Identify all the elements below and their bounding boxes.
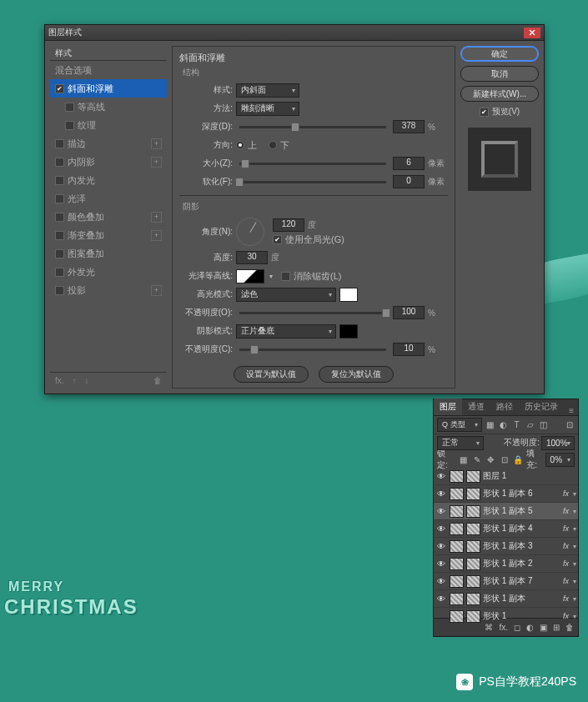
shadow-opacity-slider[interactable]	[239, 348, 386, 351]
layer-thumbnail[interactable]	[450, 610, 464, 623]
style-blend-options[interactable]: 混合选项	[50, 61, 167, 79]
layer-row[interactable]: 👁 形状 1 副本 fx▾	[434, 590, 578, 608]
highlight-mode-dropdown[interactable]: 滤色	[236, 288, 336, 302]
mask-thumbnail[interactable]	[466, 523, 480, 535]
technique-dropdown[interactable]: 雕刻清晰	[236, 102, 299, 116]
checkbox-icon[interactable]	[55, 176, 64, 185]
chevron-down-icon[interactable]: ▾	[573, 613, 576, 620]
style-bevel-emboss[interactable]: 斜面和浮雕	[50, 79, 167, 98]
layer-thumbnail[interactable]	[450, 523, 464, 535]
visibility-icon[interactable]: 👁	[435, 472, 447, 481]
tab-history[interactable]: 历史记录	[519, 399, 564, 415]
plus-icon[interactable]: +	[151, 285, 162, 296]
plus-icon[interactable]: +	[151, 212, 162, 223]
style-color-overlay[interactable]: 颜色叠加+	[50, 208, 167, 226]
opacity-input[interactable]: 100%	[541, 436, 575, 450]
style-texture[interactable]: 纹理	[50, 116, 167, 134]
checkbox-icon[interactable]	[65, 103, 74, 112]
lock-pos-icon[interactable]: ✥	[485, 454, 495, 465]
layer-row[interactable]: 👁 图层 1	[434, 468, 578, 485]
checkbox-icon[interactable]	[55, 249, 64, 258]
filter-adjust-icon[interactable]: ◐	[498, 419, 509, 430]
lock-all-icon[interactable]: 🔒	[513, 454, 523, 465]
style-contour[interactable]: 等高线	[50, 98, 167, 116]
mask-icon[interactable]: ◻	[514, 623, 520, 632]
delete-icon[interactable]: 🗑	[565, 623, 574, 632]
shadow-color-swatch[interactable]	[339, 324, 358, 338]
layer-thumbnail[interactable]	[450, 470, 464, 483]
chevron-down-icon[interactable]: ▾	[573, 525, 576, 533]
chevron-down-icon[interactable]: ▾	[573, 560, 576, 568]
visibility-icon[interactable]: 👁	[435, 542, 447, 551]
mask-thumbnail[interactable]	[466, 593, 480, 605]
layer-row[interactable]: 👁 形状 1 副本 5 fx▾	[434, 503, 578, 520]
layer-row[interactable]: 👁 形状 1 副本 6 fx▾	[434, 485, 578, 503]
style-inner-shadow[interactable]: 内阴影+	[50, 153, 167, 171]
layer-row[interactable]: 👁 形状 1 副本 3 fx▾	[434, 538, 578, 555]
style-dropdown[interactable]: 内斜面	[236, 83, 299, 98]
layer-row[interactable]: 👁 形状 1 副本 2 fx▾	[434, 555, 578, 573]
layer-thumbnail[interactable]	[450, 593, 464, 605]
group-icon[interactable]: ▣	[540, 623, 547, 632]
filter-smart-icon[interactable]: ◫	[538, 419, 549, 430]
mask-thumbnail[interactable]	[466, 610, 480, 623]
plus-icon[interactable]: +	[151, 230, 162, 241]
layer-thumbnail[interactable]	[450, 575, 464, 588]
checkbox-icon[interactable]	[55, 213, 64, 222]
shadow-opacity-input[interactable]: 10	[393, 343, 425, 356]
angle-dial[interactable]	[236, 218, 264, 246]
depth-input[interactable]: 378	[393, 120, 425, 133]
ok-button[interactable]: 确定	[460, 46, 539, 62]
layer-row[interactable]: 👁 形状 1 副本 4 fx▾	[434, 520, 578, 538]
checkbox-icon[interactable]	[55, 231, 64, 240]
direction-up-radio[interactable]	[236, 141, 244, 149]
lock-artboard-icon[interactable]: ⊡	[500, 454, 510, 465]
highlight-opacity-input[interactable]: 100	[393, 306, 425, 319]
checkbox-icon[interactable]	[65, 121, 74, 130]
layer-thumbnail[interactable]	[450, 505, 464, 518]
visibility-icon[interactable]: 👁	[435, 507, 447, 516]
cancel-button[interactable]: 取消	[460, 66, 539, 82]
filter-shape-icon[interactable]: ▱	[525, 419, 535, 430]
gloss-contour-picker[interactable]	[236, 269, 264, 283]
depth-slider[interactable]	[239, 126, 386, 128]
style-stroke[interactable]: 描边+	[50, 134, 167, 153]
visibility-icon[interactable]: 👁	[435, 559, 447, 569]
mask-thumbnail[interactable]	[466, 558, 480, 570]
filter-pixel-icon[interactable]: ▦	[485, 419, 495, 430]
style-gradient-overlay[interactable]: 渐变叠加+	[50, 226, 167, 244]
style-pattern-overlay[interactable]: 图案叠加	[50, 244, 167, 263]
adjustment-icon[interactable]: ◐	[526, 623, 534, 632]
highlight-color-swatch[interactable]	[339, 288, 358, 302]
tab-channels[interactable]: 通道	[462, 399, 490, 415]
panel-menu-icon[interactable]: ≡	[565, 406, 578, 415]
size-slider[interactable]	[239, 163, 386, 165]
chevron-down-icon[interactable]: ▾	[573, 490, 576, 498]
style-drop-shadow[interactable]: 投影+	[50, 281, 167, 299]
fx-menu-icon[interactable]: fx.	[499, 623, 508, 632]
visibility-icon[interactable]: 👁	[435, 594, 447, 604]
visibility-icon[interactable]: 👁	[435, 489, 447, 499]
style-satin[interactable]: 光泽	[50, 189, 167, 208]
checkbox-icon[interactable]	[55, 139, 64, 148]
layer-row[interactable]: 👁 形状 1 副本 7 fx▾	[434, 573, 578, 590]
link-icon[interactable]: ⌘	[485, 623, 493, 632]
tab-paths[interactable]: 路径	[490, 399, 519, 415]
antialias-checkbox[interactable]	[281, 272, 290, 281]
direction-down-radio[interactable]	[269, 141, 277, 149]
checkbox-icon[interactable]	[55, 268, 64, 277]
chevron-down-icon[interactable]: ▾	[573, 508, 576, 515]
blend-mode-dropdown[interactable]: 正常	[437, 436, 484, 450]
fill-input[interactable]: 0%	[545, 453, 575, 467]
chevron-down-icon[interactable]: ▾	[573, 543, 576, 550]
style-outer-glow[interactable]: 外发光	[50, 263, 167, 281]
new-style-button[interactable]: 新建样式(W)...	[460, 86, 539, 102]
checkbox-icon[interactable]	[55, 286, 64, 295]
plus-icon[interactable]: +	[151, 157, 162, 168]
mask-thumbnail[interactable]	[466, 575, 480, 588]
visibility-icon[interactable]: 👁	[435, 577, 447, 586]
layer-thumbnail[interactable]	[450, 488, 464, 500]
size-input[interactable]: 6	[393, 157, 425, 170]
chevron-down-icon[interactable]: ▾	[573, 578, 576, 585]
mask-thumbnail[interactable]	[466, 540, 480, 553]
